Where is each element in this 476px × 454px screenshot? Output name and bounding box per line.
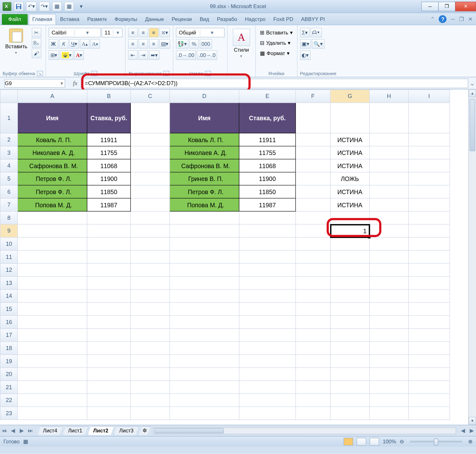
cell-F21[interactable] [296, 381, 330, 394]
cell-G6[interactable]: ИСТИНА [330, 185, 370, 199]
borders-button[interactable]: ⊞▾ [49, 50, 59, 60]
cell-I3[interactable] [408, 146, 450, 159]
italic-button[interactable]: К [59, 39, 69, 49]
tab-file[interactable]: Файл [2, 14, 28, 25]
cell-D17[interactable] [170, 328, 239, 342]
cell-H21[interactable] [370, 381, 409, 394]
cell-I5[interactable] [408, 172, 450, 185]
cell-A9[interactable] [18, 224, 87, 237]
col-header-I[interactable]: I [408, 90, 450, 103]
cell-D11[interactable] [170, 250, 239, 264]
cell-D23[interactable] [170, 407, 239, 420]
cell-D13[interactable] [170, 276, 239, 290]
insert-cells[interactable]: ⊞Вставить ▾ [258, 28, 294, 38]
cell-G19[interactable] [330, 354, 370, 368]
ribbon-minimize-icon[interactable]: ⌃ [430, 16, 435, 22]
qat-btn1[interactable]: ▦ [52, 2, 62, 11]
row-header-13[interactable]: 13 [0, 276, 18, 290]
tab-формулы[interactable]: Формулы [111, 14, 141, 25]
cell-B12[interactable] [87, 263, 131, 276]
align-center[interactable]: ≡ [138, 39, 148, 49]
cell-B10[interactable] [87, 237, 131, 250]
cell-I9[interactable] [408, 224, 450, 237]
cell-A19[interactable] [18, 354, 87, 368]
cell-C2[interactable] [131, 133, 170, 146]
cell-G4[interactable]: ИСТИНА [330, 159, 370, 172]
tab-разметк[interactable]: Разметк [83, 14, 111, 25]
col-header-G[interactable]: G [330, 90, 370, 103]
cell-I19[interactable] [408, 354, 450, 368]
cell-C22[interactable] [131, 394, 170, 407]
cell-B11[interactable] [87, 250, 131, 264]
cell-I18[interactable] [408, 342, 450, 355]
hscroll-left[interactable]: ◀ [459, 426, 468, 435]
align-mid[interactable]: ≡ [138, 28, 148, 38]
cell-D2[interactable]: Коваль Л. П. [170, 133, 239, 146]
cut-button[interactable]: ✂ [32, 28, 41, 38]
cell-D12[interactable] [170, 263, 239, 276]
cell-I10[interactable] [408, 237, 450, 250]
cell-E20[interactable] [239, 368, 296, 381]
percent[interactable]: % [189, 39, 199, 49]
window-maximize[interactable]: ❐ [438, 2, 455, 11]
view-pagelayout[interactable] [357, 437, 366, 445]
cell-G21[interactable] [330, 381, 370, 394]
cell-H16[interactable] [370, 316, 409, 329]
window-close[interactable]: ✕ [455, 2, 476, 11]
cell-F9[interactable] [296, 224, 330, 237]
cell-G17[interactable] [330, 328, 370, 342]
font-color-button[interactable]: A▾ [74, 50, 84, 60]
cell-I23[interactable] [408, 407, 450, 420]
dialog-launcher-icon[interactable]: ↘ [91, 71, 97, 76]
cell-A11[interactable] [18, 250, 87, 264]
row-header-3[interactable]: 3 [0, 146, 18, 159]
cell-E13[interactable] [239, 276, 296, 290]
number-format-dropdown[interactable]: Общий▾ [176, 28, 224, 38]
cell-F1[interactable] [296, 103, 330, 133]
cell-B22[interactable] [87, 394, 131, 407]
scroll-up-icon[interactable]: ▲ [469, 90, 476, 97]
indent-dec[interactable]: ⇤ [128, 50, 138, 60]
cell-I17[interactable] [408, 328, 450, 342]
zoom-slider[interactable] [410, 441, 462, 442]
row-header-21[interactable]: 21 [0, 381, 18, 394]
cell-H8[interactable] [370, 211, 409, 224]
sheet-nav-next[interactable]: ▶ [17, 426, 26, 435]
cell-F13[interactable] [296, 276, 330, 290]
cell-C19[interactable] [131, 354, 170, 368]
cell-A22[interactable] [18, 394, 87, 407]
row-header-8[interactable]: 8 [0, 211, 18, 224]
autosum[interactable]: Σ▾ [300, 28, 310, 38]
cell-H9[interactable] [370, 224, 409, 237]
cell-E18[interactable] [239, 342, 296, 355]
sheet-tab-Лист3[interactable]: Лист3 [114, 426, 139, 435]
cell-I2[interactable] [408, 133, 450, 146]
cell-E15[interactable] [239, 302, 296, 316]
sheet-tab-Лист1[interactable]: Лист1 [62, 426, 88, 435]
cell-A8[interactable] [18, 211, 87, 224]
cell-G23[interactable] [330, 407, 370, 420]
cell-G3[interactable]: ИСТИНА [330, 146, 370, 159]
sheet-nav-last[interactable]: ⏭ [26, 426, 35, 435]
cell-D1[interactable]: Имя [170, 103, 239, 133]
cell-H23[interactable] [370, 407, 409, 420]
cell-E8[interactable] [239, 211, 296, 224]
thousands[interactable]: 000 [200, 39, 212, 49]
qat-save[interactable] [14, 2, 23, 11]
sheet-tab-Лист4[interactable]: Лист4 [37, 426, 63, 435]
tab-foxit pd[interactable]: Foxit PD [269, 14, 297, 25]
cell-H14[interactable] [370, 289, 409, 302]
cell-H20[interactable] [370, 368, 409, 381]
cell-A1[interactable]: Имя [18, 103, 87, 133]
macro-icon[interactable]: ▦ [23, 438, 28, 444]
cell-B7[interactable]: 11987 [87, 198, 131, 211]
cell-G7[interactable]: ИСТИНА [330, 198, 370, 211]
cell-E12[interactable] [239, 263, 296, 276]
cell-A3[interactable]: Николаев А. Д. [18, 146, 87, 159]
row-header-12[interactable]: 12 [0, 263, 18, 276]
cell-B14[interactable] [87, 289, 131, 302]
cell-A6[interactable]: Петров Ф. Л. [18, 185, 87, 199]
align-left[interactable]: ≡ [128, 39, 138, 49]
cell-A10[interactable] [18, 237, 87, 250]
cell-F7[interactable] [296, 198, 330, 211]
